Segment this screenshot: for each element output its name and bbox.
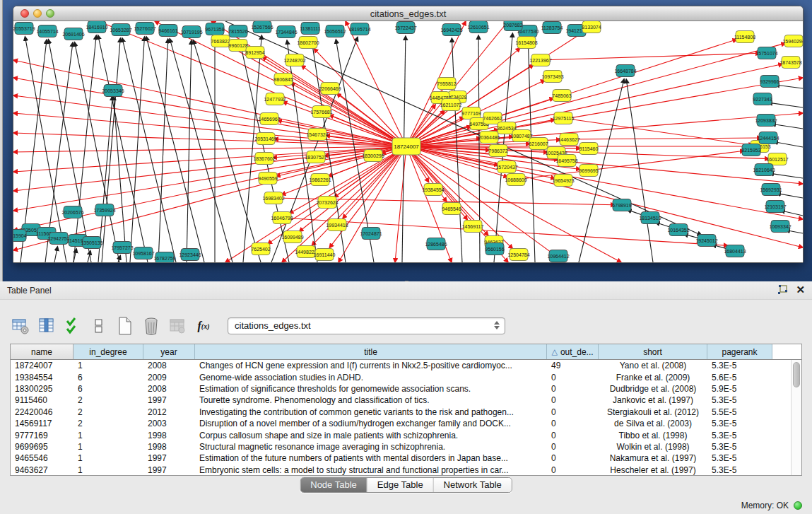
network-node[interactable]: 14569117 bbox=[462, 221, 484, 233]
network-node[interactable]: 6216007 bbox=[529, 138, 548, 150]
network-node[interactable]: 6798919 bbox=[612, 199, 631, 211]
network-node[interactable]: 16046798 bbox=[271, 212, 293, 224]
column-header-year[interactable]: year bbox=[143, 344, 195, 359]
network-node[interactable]: 8912954 bbox=[245, 47, 264, 59]
network-node[interactable]: 9466161 bbox=[158, 25, 177, 37]
network-node[interactable]: 18743578 bbox=[779, 57, 801, 69]
network-node[interactable]: 16782759 bbox=[153, 252, 175, 263]
table-vertical-scrollbar[interactable] bbox=[791, 360, 801, 475]
network-node[interactable]: 18724007 bbox=[392, 138, 420, 155]
table-row[interactable]: 1456911722003Disruption of a novel membe… bbox=[11, 418, 791, 429]
column-header-short[interactable]: short bbox=[599, 344, 707, 359]
network-node[interactable]: 12923446 bbox=[179, 249, 201, 261]
network-node[interactable]: 18134519 bbox=[639, 212, 661, 224]
row-height-icon[interactable] bbox=[90, 316, 108, 336]
network-node[interactable]: 12103197 bbox=[764, 201, 786, 213]
network-node[interactable]: 9777169 bbox=[461, 107, 481, 119]
network-node[interactable]: 19245012 bbox=[695, 235, 717, 247]
float-panel-icon[interactable] bbox=[777, 284, 789, 296]
network-node[interactable]: 16911440 bbox=[314, 249, 336, 261]
table-row[interactable]: 1830029562008Estimation of significance … bbox=[11, 383, 791, 395]
network-node[interactable]: 12975115 bbox=[553, 112, 575, 124]
network-view-window[interactable]: citations_edges.txt 20553719140557142069… bbox=[13, 6, 804, 263]
network-node[interactable]: 13505135 bbox=[81, 237, 102, 249]
network-node[interactable]: 17957273 bbox=[111, 242, 133, 254]
network-node[interactable]: 15940294 bbox=[782, 35, 803, 47]
network-node[interactable]: 20206576 bbox=[61, 206, 83, 218]
network-node[interactable]: 15692931 bbox=[760, 184, 782, 196]
network-node[interactable]: 3915904 bbox=[13, 230, 27, 242]
network-node[interactable]: 9806845 bbox=[273, 74, 293, 86]
network-node[interactable]: 15722437 bbox=[394, 22, 416, 34]
network-node[interactable]: 9671358 bbox=[205, 23, 224, 35]
network-node[interactable]: 18602700 bbox=[297, 37, 319, 49]
network-node[interactable]: 7625402 bbox=[251, 243, 270, 255]
network-node[interactable]: 12610651 bbox=[467, 21, 489, 33]
network-node[interactable]: 11381111 bbox=[300, 23, 320, 35]
network-node[interactable]: 15056512 bbox=[324, 25, 346, 37]
network-node[interactable]: 16210643 bbox=[753, 164, 775, 176]
network-node[interactable]: 19654923 bbox=[552, 175, 574, 187]
network-node[interactable]: 16495758 bbox=[555, 155, 577, 167]
network-node[interactable]: 9465546 bbox=[442, 203, 461, 215]
column-header-out-de-[interactable]: △out_de... bbox=[547, 344, 599, 359]
network-node[interactable]: 19862261 bbox=[309, 174, 331, 186]
network-node[interactable]: 16983402 bbox=[262, 192, 284, 204]
network-canvas[interactable]: 2055371914055714206914061841691010653287… bbox=[13, 21, 803, 262]
table-row[interactable]: 977716911998Corpus callosum shape and si… bbox=[11, 429, 791, 440]
function-builder-icon[interactable]: f(x) bbox=[194, 316, 213, 336]
network-node[interactable]: 9227343 bbox=[753, 93, 772, 105]
tab-network-table[interactable]: Network Table bbox=[434, 478, 512, 492]
network-node[interactable]: 18416910 bbox=[86, 21, 107, 33]
network-node[interactable]: 20053346 bbox=[102, 85, 124, 97]
network-node[interactable]: 19934418 bbox=[326, 219, 348, 231]
network-node[interactable]: 10958167 bbox=[132, 247, 154, 259]
network-node[interactable]: 15467324 bbox=[306, 129, 328, 141]
network-node[interactable]: 7986372 bbox=[488, 145, 507, 157]
network-node[interactable]: 10719195 bbox=[180, 26, 202, 38]
network-node[interactable]: 12248702 bbox=[283, 54, 305, 66]
table-row[interactable]: 2242004622012Investigating the contribut… bbox=[11, 407, 791, 418]
network-node[interactable]: 16012517 bbox=[766, 153, 788, 165]
network-node[interactable]: 7485063 bbox=[552, 90, 571, 102]
column-header-pagerank[interactable]: pagerank bbox=[707, 344, 772, 359]
network-node[interactable]: 17576681 bbox=[310, 106, 332, 118]
network-node[interactable]: 12865486 bbox=[425, 238, 447, 250]
network-node[interactable]: 16942425 bbox=[440, 24, 462, 36]
network-node[interactable]: 11154808 bbox=[734, 31, 755, 43]
network-node[interactable]: 10653287 bbox=[110, 24, 131, 36]
close-panel-icon[interactable]: ✕ bbox=[796, 284, 805, 296]
network-node[interactable]: 12213967 bbox=[529, 54, 551, 66]
network-node[interactable]: 12504784 bbox=[507, 249, 529, 261]
column-header-title[interactable]: title bbox=[195, 344, 547, 359]
column-header-name[interactable]: name bbox=[11, 344, 73, 359]
table-row[interactable]: 1938455462009Genome-wide association stu… bbox=[11, 371, 791, 382]
network-node[interactable]: 17344846 bbox=[275, 26, 297, 38]
new-table-icon[interactable] bbox=[116, 316, 134, 336]
network-node[interactable]: 20531469 bbox=[254, 133, 276, 145]
network-node[interactable]: 9329966 bbox=[760, 76, 779, 88]
network-node[interactable]: 14656967 bbox=[258, 113, 280, 125]
network-node[interactable]: 16648784 bbox=[614, 65, 636, 77]
network-node[interactable]: 20364486 bbox=[478, 132, 500, 144]
network-node[interactable]: 8215953 bbox=[741, 144, 760, 156]
network-node[interactable]: 16211072 bbox=[440, 99, 462, 111]
network-node[interactable]: 20691406 bbox=[62, 28, 84, 40]
network-node[interactable]: 10973493 bbox=[541, 71, 563, 83]
network-node[interactable]: 15276027 bbox=[134, 23, 155, 35]
delete-table-icon[interactable] bbox=[142, 316, 160, 336]
network-node[interactable]: 20553719 bbox=[13, 23, 35, 35]
table-settings-icon[interactable] bbox=[11, 316, 30, 336]
network-node[interactable]: 12477932 bbox=[264, 93, 286, 105]
network-node[interactable]: 17024871 bbox=[360, 228, 382, 240]
network-node[interactable]: 16099489 bbox=[281, 231, 303, 243]
network-node[interactable]: 10964412 bbox=[547, 250, 569, 262]
network-node[interactable]: 12444154 bbox=[757, 132, 779, 144]
network-window-titlebar[interactable]: citations_edges.txt bbox=[13, 6, 803, 21]
network-node[interactable]: 16154808 bbox=[515, 37, 537, 49]
network-node[interactable]: 14055714 bbox=[36, 25, 58, 37]
network-node[interactable]: 18307527 bbox=[305, 151, 326, 163]
table-row[interactable]: 1872400712008Changes of HCN gene express… bbox=[11, 360, 791, 371]
network-node[interactable]: 19384554 bbox=[422, 184, 444, 196]
network-node[interactable]: 8133074 bbox=[582, 21, 601, 33]
